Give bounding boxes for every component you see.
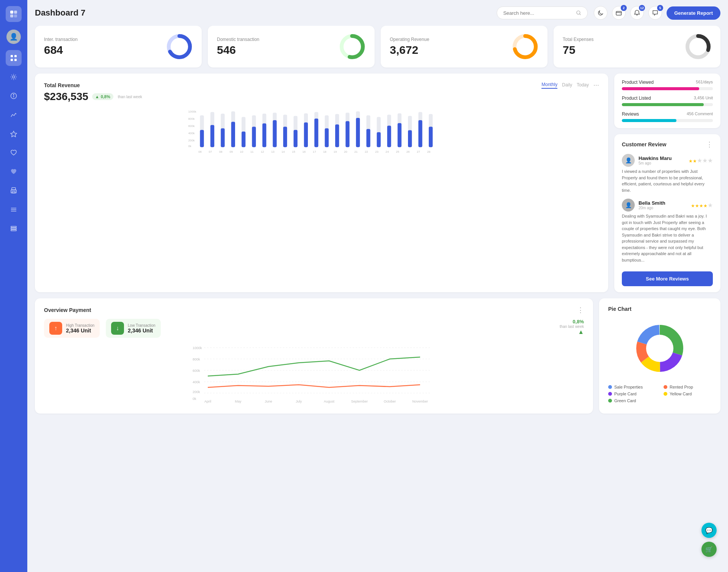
svg-text:17: 17: [313, 150, 316, 154]
svg-text:21: 21: [355, 150, 358, 154]
svg-text:08: 08: [219, 150, 223, 154]
messages-btn[interactable]: 5: [648, 6, 662, 20]
search-icon: [576, 10, 581, 16]
pie-svg: [629, 318, 690, 379]
reviewer-name-1: Bella Smith: [639, 200, 665, 206]
tab-today[interactable]: Today: [577, 82, 589, 88]
donut-2: [512, 33, 538, 60]
svg-rect-21: [11, 230, 16, 231]
bar-chart-container: 1000k 800k 600k 400k 200k 0k: [44, 109, 599, 154]
reviewer-time-1: 20m ago: [639, 206, 665, 210]
sidebar-item-favorites[interactable]: [6, 126, 22, 142]
sidebar: 👤: [0, 0, 27, 572]
svg-text:April: April: [204, 400, 211, 403]
svg-text:0k: 0k: [188, 144, 191, 148]
tab-monthly[interactable]: Monthly: [541, 82, 557, 89]
notifications-btn[interactable]: 12: [630, 6, 644, 20]
svg-rect-2: [10, 14, 13, 17]
search-input[interactable]: [503, 10, 573, 16]
review-text-0: I viewed a number of properties with Jus…: [622, 168, 713, 193]
svg-rect-77: [356, 118, 360, 147]
stat-value-1: 546: [217, 44, 259, 56]
donut-0: [166, 33, 193, 60]
svg-text:400k: 400k: [193, 380, 200, 384]
high-transaction-badge: ↑ High Transaction 2,346 Unit: [44, 319, 100, 338]
reviewer-avatar-1: 👤: [622, 199, 635, 212]
stat-value-3: 75: [563, 44, 593, 56]
wallet-badge: 2: [621, 5, 627, 11]
svg-rect-83: [418, 120, 422, 147]
avatar[interactable]: 👤: [6, 30, 21, 44]
chart-more-btn[interactable]: ···: [593, 81, 599, 89]
stat-card-operating-revenue: Operating Revenue 3,672: [381, 26, 548, 67]
high-trans-value: 2,346 Unit: [66, 328, 94, 334]
low-transaction-badge: ↓ Low Transaction 2,346 Unit: [106, 319, 161, 338]
generate-report-btn[interactable]: Generate Report: [667, 6, 720, 20]
see-more-reviews-btn[interactable]: See More Reviews: [622, 271, 713, 286]
sidebar-item-heart2[interactable]: [6, 164, 22, 180]
transaction-badges: ↑ High Transaction 2,346 Unit ↓ Low Tran…: [44, 319, 584, 338]
main-content: Dashboard 7 2 12 5 Generate Report: [27, 0, 728, 572]
svg-rect-74: [325, 128, 329, 147]
overview-more-btn[interactable]: ⋮: [577, 306, 584, 314]
sidebar-item-settings[interactable]: [6, 69, 22, 85]
sidebar-item-dashboard[interactable]: [6, 50, 22, 66]
legend-green-card: Green Card: [608, 398, 656, 403]
review-item-1: 👤 Bella Smith 20m ago ★★★★★ Dealing with…: [622, 199, 713, 263]
wallet-btn[interactable]: 2: [612, 6, 626, 20]
svg-rect-63: [210, 125, 214, 147]
svg-rect-13: [12, 188, 16, 190]
svg-rect-0: [10, 11, 13, 14]
svg-rect-84: [429, 127, 433, 147]
svg-text:25: 25: [396, 150, 399, 154]
legend-sale-properties: Sale Properties: [608, 385, 656, 389]
search-bar[interactable]: [497, 6, 588, 19]
revenue-value: $236,535 ▲0,8%: [44, 91, 113, 103]
svg-rect-19: [11, 226, 16, 227]
svg-text:0k: 0k: [193, 397, 196, 401]
sidebar-item-info[interactable]: [6, 88, 22, 104]
review-title: Customer Review: [622, 141, 666, 147]
header-icons: 2 12 5 Generate Report: [594, 6, 720, 20]
svg-text:1000k: 1000k: [188, 110, 196, 113]
svg-text:12: 12: [261, 150, 264, 154]
svg-text:October: October: [384, 400, 396, 403]
svg-text:11: 11: [250, 150, 254, 154]
review-more-btn[interactable]: ⋮: [706, 140, 713, 149]
cart-float-btn[interactable]: 🛒: [701, 542, 717, 557]
svg-rect-65: [231, 122, 235, 147]
content-grid: Total Revenue Monthly Daily Today ··· $2…: [35, 74, 720, 292]
metric-reviews: Reviews 456 Comment: [622, 111, 713, 122]
right-panel: Product Viewed 561/days Product Listed 3…: [614, 74, 720, 292]
svg-text:July: July: [296, 400, 302, 403]
svg-text:800k: 800k: [188, 117, 195, 121]
theme-toggle-btn[interactable]: [594, 6, 607, 20]
svg-text:August: August: [324, 400, 335, 403]
floating-buttons: 💬 🛒: [701, 523, 717, 557]
overview-title: Overview Payment: [44, 307, 91, 313]
sidebar-item-print[interactable]: [6, 183, 22, 199]
sidebar-item-analytics[interactable]: [6, 107, 22, 123]
low-trans-icon: ↓: [111, 322, 124, 335]
legend-purple-card: Purple Card: [608, 392, 656, 396]
svg-text:09: 09: [229, 150, 233, 154]
svg-marker-12: [11, 131, 17, 137]
sidebar-item-menu[interactable]: [6, 202, 22, 218]
legend-yellow-card: Yellow Card: [664, 392, 711, 396]
svg-text:20: 20: [344, 150, 347, 154]
wallet-icon: [616, 10, 622, 16]
svg-text:600k: 600k: [193, 369, 200, 373]
high-trans-label: High Transaction: [66, 323, 94, 328]
legend-grid: Sale Properties Rented Prop Purple Card …: [608, 385, 711, 403]
tab-daily[interactable]: Daily: [562, 82, 572, 88]
sidebar-item-liked[interactable]: [6, 145, 22, 161]
sidebar-item-list[interactable]: [6, 221, 22, 237]
svg-rect-76: [345, 121, 349, 147]
svg-rect-4: [11, 55, 13, 57]
line-chart-svg: 1000k 800k 600k 400k 200k 0k April May J…: [44, 344, 584, 404]
moon-icon: [598, 10, 604, 16]
revenue-sub-label: than last week: [118, 95, 142, 99]
support-float-btn[interactable]: 💬: [701, 523, 717, 538]
bell-badge: 12: [639, 5, 645, 11]
svg-rect-5: [14, 55, 17, 57]
